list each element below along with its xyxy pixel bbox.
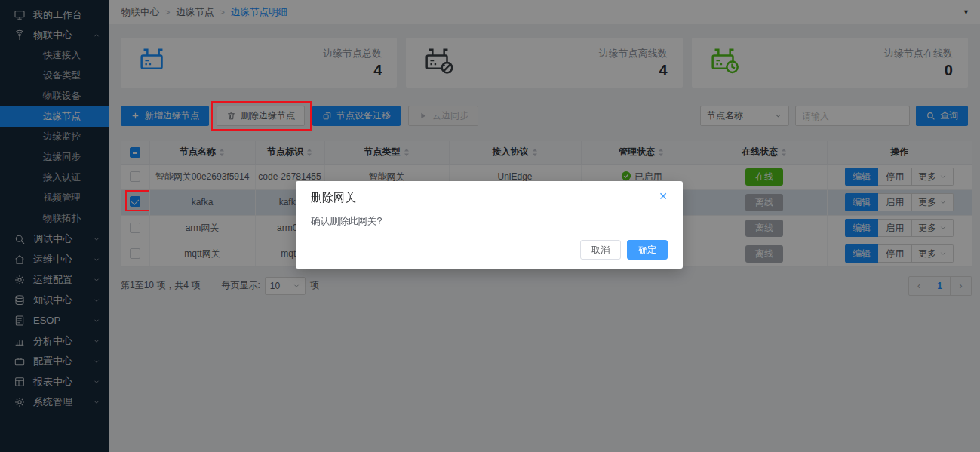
modal-title: 删除网关 xyxy=(311,191,356,205)
cancel-button[interactable]: 取消 xyxy=(580,240,621,260)
close-icon[interactable]: ✕ xyxy=(659,191,668,201)
delete-gateway-modal: 删除网关 ✕ 确认删除此网关? 取消 确定 xyxy=(296,181,683,269)
confirm-button[interactable]: 确定 xyxy=(627,240,668,260)
modal-message: 确认删除此网关? xyxy=(311,215,668,228)
